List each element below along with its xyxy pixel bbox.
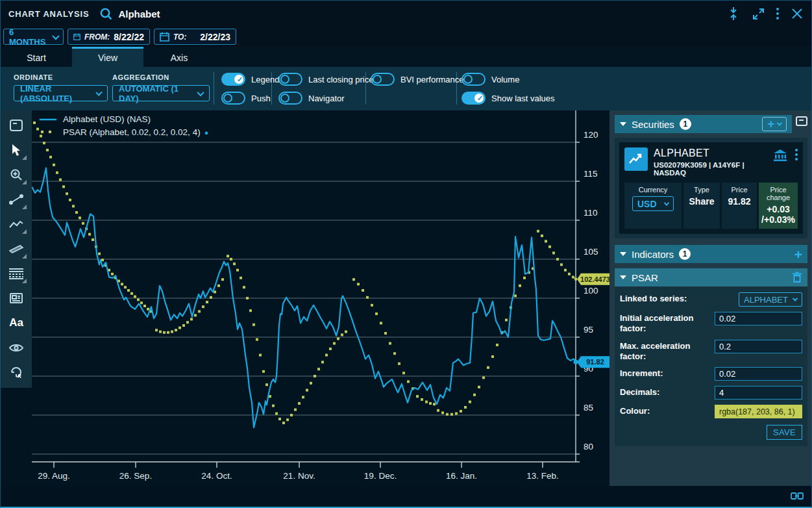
toggle-volume[interactable] [461, 73, 486, 86]
parallel-channel-icon[interactable] [5, 238, 28, 260]
psar-dot [33, 121, 36, 124]
toggle-show-last-values[interactable] [461, 92, 486, 105]
toggle-navigator[interactable] [278, 92, 302, 105]
psar-dot [66, 192, 68, 195]
psar-dot [574, 278, 577, 281]
toggle-legend[interactable] [221, 73, 245, 86]
cursor-icon[interactable] [5, 139, 28, 161]
indicators-header[interactable]: Indicators 1 + [615, 245, 807, 263]
psar-dot [357, 283, 360, 285]
ordinate-dropdown[interactable]: LINEAR (ABSOLUTE) [14, 85, 108, 101]
toggle-bvi-performance[interactable] [371, 73, 395, 86]
aggregation-dropdown[interactable]: AUTOMATIC (1 DAY) [112, 85, 210, 101]
psar-dot [425, 401, 428, 403]
delete-trash-icon[interactable] [792, 272, 802, 283]
y-axis-label: 85 [584, 403, 593, 413]
toggle-row-bvi-performance: BVI performance [371, 73, 464, 86]
psar-dot [317, 368, 320, 370]
psar-dot [210, 296, 212, 299]
aggregation-value: AUTOMATIC (1 DAY) [119, 84, 198, 103]
indicators-count-badge: 1 [679, 248, 691, 260]
save-button[interactable]: SAVE [767, 425, 802, 440]
x-axis-label: 21. Nov. [283, 471, 315, 481]
psar-dot [290, 414, 293, 416]
securities-header[interactable]: Securities 1 + [615, 115, 792, 133]
price-value: 91.82 [724, 196, 754, 207]
colour-field[interactable]: rgba(187, 203, 86, 1) [715, 405, 802, 418]
calendar-icon [160, 32, 169, 42]
view-toolbar: ORDINATE LINEAR (ABSOLUTE) AGGREGATION A… [1, 67, 811, 110]
collapse-caret-icon[interactable] [620, 275, 626, 279]
text-tool-icon[interactable]: Aa [5, 312, 28, 334]
news-icon[interactable] [5, 287, 28, 309]
price-chart[interactable]: 1201151101051009590858029. Aug.26. Sep.2… [32, 110, 609, 486]
x-axis-label: 19. Dec. [364, 471, 397, 481]
toggle-push[interactable] [221, 92, 245, 105]
tab-start[interactable]: Start [1, 47, 72, 67]
fibonacci-grid-icon[interactable] [5, 262, 28, 285]
psar-dot [101, 259, 104, 261]
visibility-icon[interactable] [5, 337, 28, 359]
security-menu-icon[interactable] [795, 149, 798, 160]
collapse-vertical-icon[interactable] [727, 7, 740, 20]
add-security-button[interactable]: + [762, 117, 787, 131]
zigzag-line-icon[interactable] [5, 213, 28, 235]
y-axis-label: 100 [584, 286, 598, 296]
main-area: Aa 1201151101051009590858029. Aug.26. Se… [1, 110, 811, 486]
psar-dot [541, 235, 543, 237]
psar-field-input[interactable]: 0.02 [715, 312, 802, 325]
range-dropdown[interactable]: 6 MONTHS [3, 29, 64, 45]
from-value[interactable]: 8/22/22 [114, 32, 144, 42]
collapse-caret-icon[interactable] [620, 122, 626, 126]
currency-dropdown[interactable]: USD [632, 196, 674, 211]
chevron-down-icon [52, 32, 59, 40]
collapse-caret-icon[interactable] [620, 252, 626, 256]
magnet-mode-icon[interactable] [5, 361, 28, 383]
securities-body: ALPHABET US02079K3059 | A14Y6F | NASDAQ … [615, 138, 807, 238]
psar-dot [134, 296, 136, 298]
psar-dot [62, 185, 65, 188]
security-search[interactable]: Alphabet [99, 7, 160, 21]
psar-dot [49, 156, 52, 159]
add-indicator-button[interactable]: + [794, 248, 802, 261]
psar-field-input[interactable]: 0.02 [715, 367, 802, 381]
trend-line-icon[interactable] [5, 188, 28, 210]
menu-kebab-icon[interactable] [776, 8, 779, 19]
tab-axis[interactable]: Axis [143, 47, 215, 67]
panel-collapse-icon[interactable] [796, 116, 807, 126]
search-value[interactable]: Alphabet [118, 8, 160, 19]
security-card[interactable]: ALPHABET US02079K3059 | A14Y6F | NASDAQ … [619, 142, 803, 234]
psar-header[interactable]: PSAR [615, 268, 807, 286]
collapse-panel-icon[interactable] [5, 114, 28, 136]
expand-icon[interactable] [752, 7, 765, 20]
securities-count-badge: 1 [680, 118, 691, 130]
psar-dot [59, 179, 62, 181]
y-axis-label: 120 [584, 130, 598, 140]
linked-series-label: Linked to series: [620, 292, 719, 304]
linked-series-dropdown[interactable]: ALPHABET [739, 292, 802, 307]
type-value: Share [686, 196, 717, 207]
toggle-group: LegendPush [221, 73, 279, 105]
zoom-in-icon[interactable] [5, 164, 28, 186]
exchange-bank-icon[interactable] [773, 149, 787, 162]
from-date-field[interactable]: FROM: 8/22/22 [68, 29, 150, 45]
securities-title: Securities [632, 119, 674, 130]
psar-field-input[interactable]: 0.2 [715, 340, 802, 353]
legend-price-label: Alphabet (USD) (NAS) [63, 114, 151, 124]
submenu-corner [22, 155, 27, 160]
psar-dot [217, 285, 220, 287]
toggle-last-closing-price[interactable] [278, 73, 302, 86]
psar-dot [325, 354, 328, 357]
psar-field-input[interactable]: 4 [715, 386, 802, 400]
close-icon[interactable] [791, 7, 804, 20]
psar-dot [366, 296, 369, 299]
psar-dot [314, 375, 316, 377]
to-date-field[interactable]: TO: 2/22/23 [154, 29, 236, 45]
price-change-tile: Price change +0.03 /+0.03% [759, 183, 798, 229]
psar-dot [82, 222, 84, 225]
psar-dot [130, 292, 133, 295]
link-windows-icon[interactable] [791, 492, 804, 500]
to-value[interactable]: 2/22/23 [200, 32, 230, 42]
tab-view[interactable]: View [72, 47, 143, 67]
last-value-text: 102.4473 [580, 275, 609, 283]
